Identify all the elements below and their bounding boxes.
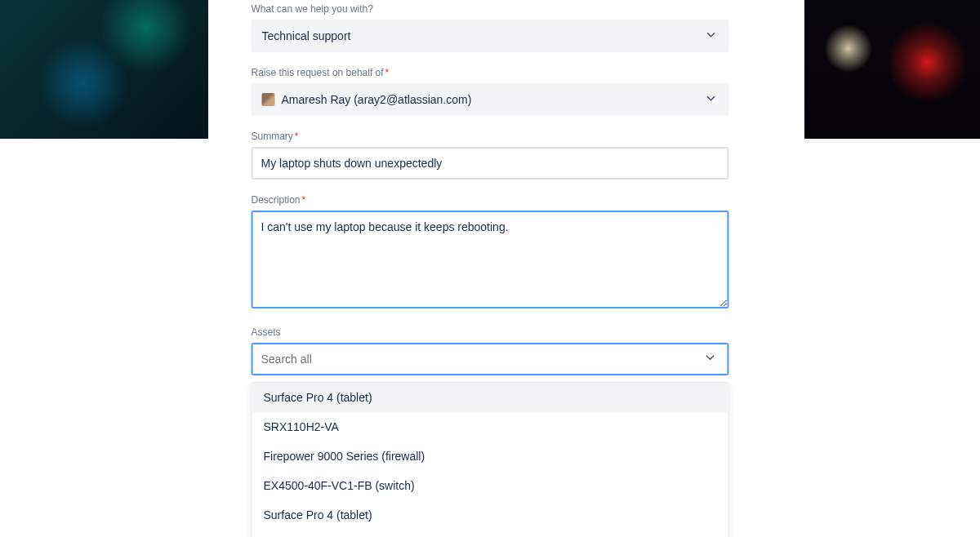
label-behalf: Raise this request on behalf of*: [252, 67, 729, 78]
label-help: What can we help you with?: [252, 3, 729, 15]
select-behalf[interactable]: Amaresh Ray (aray2@atlassian.com): [252, 83, 729, 116]
dropdown-item[interactable]: Macbook (laptop): [252, 530, 728, 537]
label-description: Description*: [252, 194, 729, 206]
field-help: What can we help you with? Technical sup…: [252, 3, 729, 52]
field-summary: Summary*: [252, 131, 729, 180]
input-assets-search[interactable]: [261, 353, 674, 366]
select-help-value: Technical support: [262, 29, 351, 42]
field-description: Description*: [252, 194, 729, 312]
dropdown-item[interactable]: Surface Pro 4 (tablet): [252, 383, 728, 412]
request-form: What can we help you with? Technical sup…: [219, 0, 762, 537]
dropdown-assets: Surface Pro 4 (tablet) SRX110H2-VA Firep…: [252, 382, 729, 537]
dropdown-item[interactable]: SRX110H2-VA: [252, 412, 728, 442]
dropdown-item[interactable]: Surface Pro 4 (tablet): [252, 500, 728, 530]
chevron-down-icon: [704, 91, 719, 109]
input-summary[interactable]: [252, 147, 729, 180]
banner-left-image: [0, 0, 208, 139]
label-summary: Summary*: [252, 131, 729, 142]
label-assets: Assets: [252, 326, 729, 338]
chevron-down-icon: [704, 28, 719, 45]
dropdown-item[interactable]: Firepower 9000 Series (firewall): [252, 442, 728, 471]
select-help[interactable]: Technical support: [252, 20, 729, 52]
chevron-down-icon: [703, 350, 718, 368]
dropdown-item[interactable]: EX4500-40F-VC1-FB (switch): [252, 471, 728, 500]
textarea-description[interactable]: [252, 211, 729, 308]
field-assets: Assets Surface Pro 4 (tablet) SRX110H2-V…: [252, 326, 729, 537]
field-behalf: Raise this request on behalf of* Amaresh…: [252, 67, 729, 116]
select-behalf-value: Amaresh Ray (aray2@atlassian.com): [282, 93, 472, 106]
banner-right-image: [804, 0, 980, 139]
avatar: [262, 93, 275, 106]
select-assets[interactable]: [252, 343, 729, 375]
